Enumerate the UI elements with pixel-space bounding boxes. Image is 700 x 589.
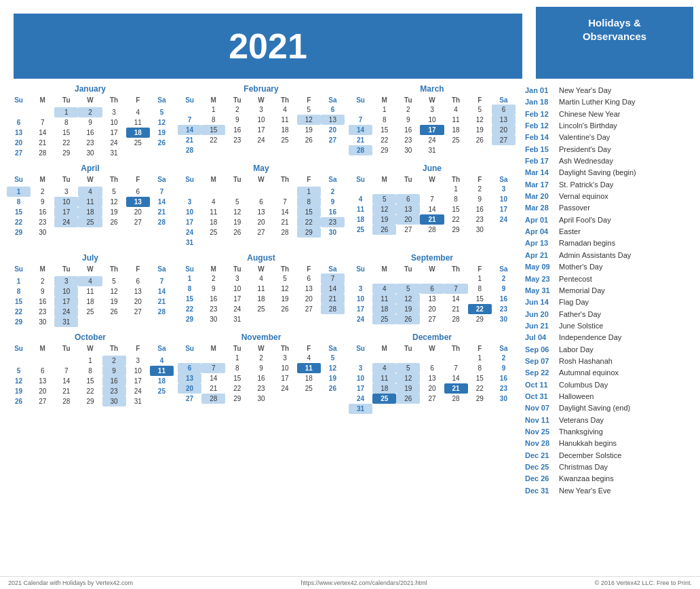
year-header: 2021 xyxy=(14,14,522,79)
day-cell: 16 xyxy=(31,207,54,217)
day-cell: 8 xyxy=(372,115,396,125)
holiday-date: May 31 xyxy=(525,286,555,296)
day-cell: 17 xyxy=(54,297,78,307)
holiday-name: Father's Day xyxy=(559,309,601,320)
day-cell: 4 xyxy=(349,194,372,204)
month-block-january: JanuarySuMTuWThFSa1234567891011121314151… xyxy=(7,84,174,158)
day-cell: 8 xyxy=(225,363,249,373)
day-cell: 26 xyxy=(150,138,174,148)
holiday-date: Mar 14 xyxy=(525,168,555,178)
day-cell xyxy=(321,394,345,404)
day-cell: 5 xyxy=(396,284,420,294)
day-cell: 17 xyxy=(349,304,372,314)
day-cell: 10 xyxy=(492,194,516,204)
day-cell: 28 xyxy=(150,307,174,317)
holiday-date: Sep 07 xyxy=(525,356,555,366)
day-cell: 14 xyxy=(54,376,78,386)
day-cell xyxy=(321,314,345,324)
day-cell: 12 xyxy=(102,286,126,297)
day-cell: 9 xyxy=(31,197,54,207)
day-cell xyxy=(150,317,174,327)
day-cell: 13 xyxy=(249,207,273,217)
day-cell xyxy=(372,273,396,284)
holiday-name: Memorial Day xyxy=(559,286,605,296)
holiday-item: Mar 17St. Patrick's Day xyxy=(525,180,691,190)
month-block-february: FebruarySuMTuWThFSa123456789101112131415… xyxy=(178,84,345,158)
month-title: August xyxy=(178,253,345,263)
day-cell: 3 xyxy=(102,107,126,117)
day-cell: 13 xyxy=(420,294,444,304)
day-cell: 15 xyxy=(225,373,249,383)
holiday-name: Ash Wednesday xyxy=(559,156,613,166)
day-cell: 21 xyxy=(54,386,78,396)
day-cell: 27 xyxy=(126,217,150,227)
day-cell: 28 xyxy=(201,394,225,404)
holiday-name: Flag Day xyxy=(559,297,589,307)
day-cell: 20 xyxy=(420,304,444,314)
day-cell: 10 xyxy=(349,294,372,304)
day-cell xyxy=(420,273,444,284)
day-cell: 22 xyxy=(297,217,321,227)
day-cell: 19 xyxy=(7,386,31,396)
day-cell: 12 xyxy=(273,284,297,294)
holiday-item: Feb 12Lincoln's Birthday xyxy=(525,121,691,131)
day-cell: 27 xyxy=(7,148,31,158)
day-cell: 14 xyxy=(273,207,297,217)
day-cell: 18 xyxy=(372,304,396,314)
day-cell: 13 xyxy=(126,286,150,297)
holiday-item: Oct 11Columbus Day xyxy=(525,380,691,390)
day-cell: 29 xyxy=(7,317,31,327)
day-cell: 15 xyxy=(178,294,201,304)
day-cell: 21 xyxy=(150,297,174,307)
day-cell: 19 xyxy=(297,125,321,135)
day-cell: 28 xyxy=(273,227,297,238)
holiday-item: Sep 07Rosh Hashanah xyxy=(525,356,691,366)
day-cell: 26 xyxy=(372,225,396,235)
day-cell: 6 xyxy=(297,273,321,284)
footer-center: https://www.vertex42.com/calendars/2021.… xyxy=(300,580,427,586)
holiday-name: Passover xyxy=(559,203,590,213)
day-cell: 20 xyxy=(396,214,420,225)
day-cell: 5 xyxy=(396,363,420,373)
day-cell: 16 xyxy=(492,294,516,304)
day-cell: 4 xyxy=(249,273,273,284)
day-cell: 25 xyxy=(201,227,225,238)
day-cell: 3 xyxy=(273,353,297,363)
day-cell: 22 xyxy=(178,304,201,314)
holiday-date: Nov 28 xyxy=(525,438,555,449)
holiday-date: Mar 20 xyxy=(525,191,555,202)
day-cell: 10 xyxy=(54,197,78,207)
day-cell xyxy=(150,396,174,406)
holiday-item: Jan 01New Year's Day xyxy=(525,86,691,96)
day-cell: 20 xyxy=(7,138,31,148)
day-cell: 18 xyxy=(297,373,321,383)
day-cell: 20 xyxy=(31,386,54,396)
day-cell: 23 xyxy=(396,135,420,145)
holiday-item: Feb 12Chinese New Year xyxy=(525,109,691,119)
day-cell: 26 xyxy=(102,217,126,227)
holiday-item: Sep 22Autumnal equinox xyxy=(525,368,691,378)
day-cell: 2 xyxy=(492,273,516,284)
day-cell xyxy=(54,356,78,366)
day-cell: 27 xyxy=(178,394,201,404)
day-cell: 15 xyxy=(372,125,396,135)
day-cell: 31 xyxy=(126,396,150,406)
day-cell xyxy=(102,227,126,238)
holiday-date: Feb 12 xyxy=(525,121,555,131)
day-cell: 21 xyxy=(150,207,174,217)
day-cell: 2 xyxy=(225,104,249,115)
day-cell: 3 xyxy=(349,284,372,294)
day-cell: 5 xyxy=(372,194,396,204)
day-cell: 30 xyxy=(492,314,516,324)
holiday-date: Dec 31 xyxy=(525,486,555,496)
day-cell: 18 xyxy=(78,297,102,307)
day-cell: 10 xyxy=(249,115,273,125)
day-cell: 11 xyxy=(372,294,396,304)
day-cell: 20 xyxy=(249,217,273,227)
day-cell: 25 xyxy=(150,386,174,396)
holiday-date: Nov 11 xyxy=(525,415,555,425)
day-cell: 8 xyxy=(7,286,31,297)
footer-right: © 2016 Vertex42 LLC. Free to Print. xyxy=(595,580,692,586)
day-cell: 31 xyxy=(225,314,249,324)
day-cell: 10 xyxy=(420,115,444,125)
